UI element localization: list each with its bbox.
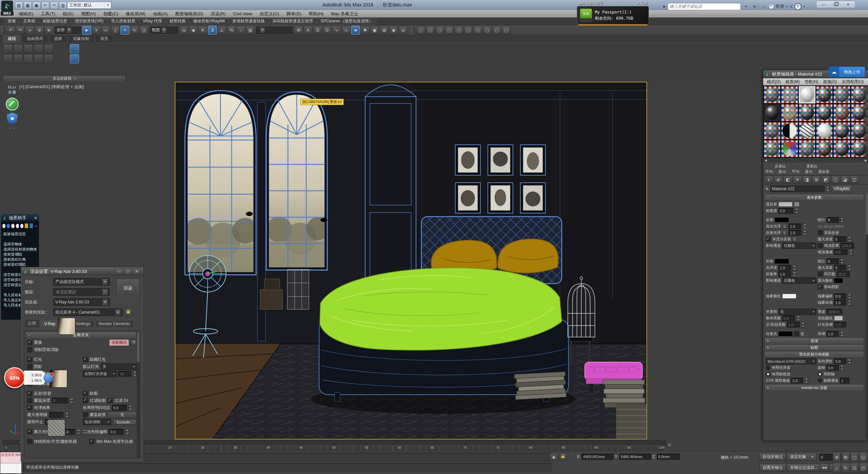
- background-icon[interactable]: [865, 102, 868, 109]
- filter-maps-checkbox[interactable]: [83, 398, 88, 403]
- project-folder-icon[interactable]: ▥: [59, 2, 67, 9]
- spinner[interactable]: ▲▼: [840, 258, 844, 264]
- selected-object-dropdown[interactable]: 选定对象▼: [787, 453, 817, 461]
- menu-item[interactable]: 视图(V): [77, 10, 99, 18]
- sample-tiling-icon[interactable]: [865, 110, 868, 117]
- scene-assistant-action[interactable]: [3, 237, 39, 242]
- select-link-icon[interactable]: ∞: [25, 26, 34, 35]
- select-rotate-icon[interactable]: ↻: [130, 26, 139, 35]
- glossy-effects-checkbox[interactable]: [27, 405, 32, 410]
- graphite-toggle-icon[interactable]: G: [323, 26, 332, 35]
- refraction-subdivs-field[interactable]: 8: [827, 258, 839, 264]
- memory-usage-ball[interactable]: 93%: [4, 367, 25, 388]
- antivirus-collapse-icon[interactable]: < >: [5, 126, 20, 130]
- refraction-glossiness-field[interactable]: 1.0: [778, 265, 791, 271]
- plugin-tool-icon[interactable]: ▢: [464, 26, 473, 35]
- scene-assistant-action[interactable]: 选择没有材质的物体: [3, 247, 39, 252]
- fog-bias-field[interactable]: 0.0: [834, 293, 846, 299]
- ribbon-button[interactable]: [14, 44, 23, 53]
- plugin-toolbar-button[interactable]: 修改所有VRayMtl: [190, 18, 228, 25]
- material-slot[interactable]: [781, 140, 798, 157]
- gi-checkbox[interactable]: [794, 331, 799, 336]
- selection-filter-dropdown[interactable]: 全部▼: [55, 26, 81, 34]
- options-rollout[interactable]: +选项: [765, 338, 864, 344]
- usb-popup-close-button[interactable]: ✕关闭: [636, 1, 647, 6]
- isolate-selection-icon[interactable]: ◉: [550, 453, 558, 461]
- material-name-dropdown[interactable]: Material #22: [770, 185, 825, 192]
- plugin-tool-icon[interactable]: ▢: [473, 26, 482, 35]
- tab-dot-active[interactable]: [7, 224, 10, 228]
- material-editor-menu[interactable]: 材质(M): [783, 79, 802, 85]
- plugin-toolbar-button[interactable]: VRay 代理: [139, 18, 166, 25]
- spinner[interactable]: ▲▼: [805, 378, 808, 383]
- material-slot[interactable]: [816, 104, 833, 121]
- floating-texture-swatch[interactable]: [58, 318, 75, 335]
- menu-item[interactable]: 自定义(U): [256, 10, 283, 18]
- favorites-star-icon[interactable]: ☆: [760, 3, 767, 10]
- menu-item[interactable]: Max 杀毒卫士: [327, 10, 362, 18]
- spinner[interactable]: ▲▼: [133, 371, 137, 377]
- schematic-view-icon[interactable]: ◇: [342, 26, 351, 35]
- gtr-tail-field[interactable]: 2.0: [791, 378, 803, 383]
- viewport-label[interactable]: [+] [Camera001] [明暗处理 + 边面]: [19, 84, 84, 90]
- abbe-checkbox[interactable]: [818, 272, 823, 277]
- maps-rollout[interactable]: +贴图: [765, 344, 864, 351]
- restore-button[interactable]: [830, 2, 842, 7]
- redo-icon[interactable]: ↷: [16, 26, 25, 35]
- menu-item[interactable]: 编辑(E): [15, 10, 37, 18]
- ribbon-button[interactable]: [3, 54, 13, 63]
- expert-mode-button[interactable]: 专家模式: [109, 339, 129, 346]
- ribbon-button[interactable]: [70, 54, 79, 63]
- menu-item[interactable]: 帮助(H): [305, 10, 327, 18]
- tab-dot[interactable]: [2, 224, 5, 228]
- spinner[interactable]: ▲▼: [848, 358, 851, 364]
- target-dropdown[interactable]: 产品级渲染模式▼: [53, 278, 110, 285]
- override-depth-field[interactable]: 5: [52, 398, 68, 403]
- maxscript-mini-listener[interactable]: 欢迎使用 MAXScript: [0, 452, 22, 474]
- ribbon-tab[interactable]: 建模: [3, 35, 21, 42]
- search-input[interactable]: [668, 3, 741, 10]
- spinner-snap-icon[interactable]: ↕: [237, 26, 245, 35]
- ribbon-button[interactable]: [3, 44, 13, 53]
- scene-assistant-action[interactable]: 按材质ID塌陷: [3, 262, 39, 267]
- back-side-reflection-checkbox[interactable]: [818, 230, 823, 235]
- spinner[interactable]: ▲▼: [793, 271, 796, 277]
- make-preview-icon[interactable]: [865, 125, 868, 132]
- dropdown-button[interactable]: ▲▼: [826, 186, 830, 192]
- brdf-rollout[interactable]: -双向反射分布函数: [765, 351, 864, 357]
- menu-item[interactable]: 动画(A): [149, 10, 171, 18]
- set-key-button[interactable]: 设置关键点: [759, 463, 786, 472]
- undo-icon[interactable]: ↶: [6, 26, 15, 35]
- zoom-region-icon[interactable]: ◱: [859, 452, 867, 462]
- ribbon-tab[interactable]: 对象绘制: [68, 35, 94, 42]
- infocenter-expand-icon[interactable]: ▶: [662, 3, 666, 10]
- toolbar-drag-handle[interactable]: [1, 26, 5, 34]
- close-icon[interactable]: ✕: [34, 216, 37, 220]
- spinner[interactable]: ▲▼: [126, 429, 129, 435]
- fresnel-checkbox[interactable]: [766, 237, 771, 242]
- mental-ray-rollout[interactable]: +mental ray 连接: [765, 384, 864, 391]
- displacement-checkbox[interactable]: [27, 340, 32, 345]
- use-glossiness-radio[interactable]: [766, 366, 770, 370]
- rectangular-region-icon[interactable]: ▭: [101, 26, 110, 35]
- go-to-parent-icon[interactable]: ◪: [841, 176, 849, 184]
- ribbon-button[interactable]: [24, 44, 33, 53]
- sign-in-button[interactable]: 登录 ▼: [769, 3, 788, 9]
- lock-icon[interactable]: L: [782, 230, 787, 235]
- render-dialog-tab[interactable]: V-Ray: [40, 320, 59, 327]
- spinner[interactable]: ▲▼: [803, 230, 807, 236]
- wrench-tool-icon[interactable]: [30, 223, 33, 228]
- material-slot[interactable]: [833, 86, 850, 103]
- force-backface-checkbox[interactable]: [27, 347, 32, 352]
- z-coordinate-field[interactable]: 0.0mm: [657, 454, 680, 460]
- dim-distance-checkbox[interactable]: [818, 243, 823, 248]
- help-icon[interactable]: ?: [131, 340, 137, 345]
- spinner[interactable]: ▲▼: [848, 293, 851, 299]
- material-slot[interactable]: [816, 122, 833, 139]
- lock-view-button[interactable]: [125, 309, 132, 316]
- view-to-render-dropdown[interactable]: 四元菜单 4 - Camera001▼: [53, 309, 122, 316]
- spinner[interactable]: ▲▼: [848, 236, 851, 242]
- tab-dot[interactable]: [20, 224, 23, 228]
- render-online-icon[interactable]: ◎: [399, 26, 408, 35]
- plugin-tool-icon[interactable]: ▢: [426, 26, 435, 35]
